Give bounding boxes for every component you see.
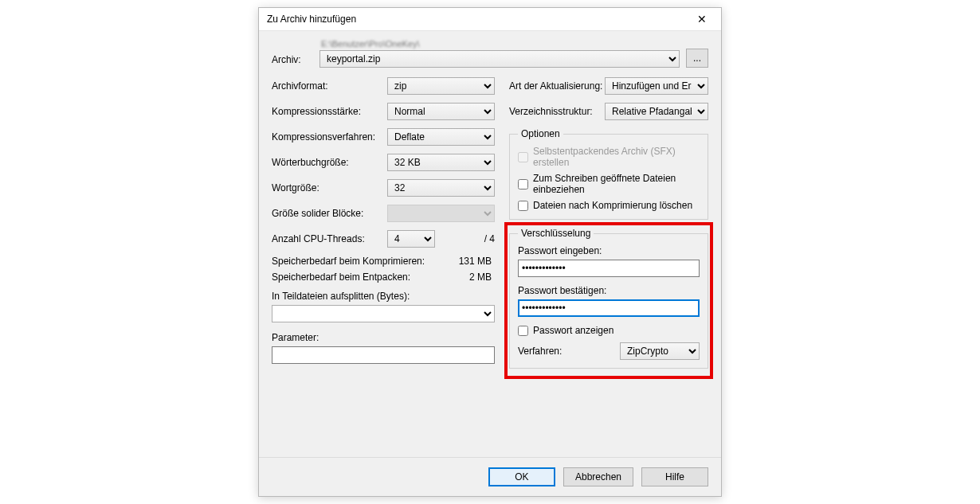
window-title: Zu Archiv hinzufügen [267, 14, 356, 25]
path-mode-select[interactable]: Relative Pfadangaben [605, 103, 708, 120]
password-confirm-label: Passwort bestätigen: [518, 285, 700, 296]
enc-method-label: Verfahren: [518, 346, 562, 357]
dialog-footer: OK Abbrechen Hilfe [259, 457, 721, 496]
mem-compress-label: Speicherbedarf beim Komprimieren: [272, 256, 425, 267]
encryption-section: Verschlüsselung Passwort eingeben: Passw… [509, 228, 708, 369]
password-label: Passwort eingeben: [518, 245, 700, 256]
solid-block-select [387, 205, 495, 222]
params-label: Parameter: [272, 332, 495, 343]
parameters-input[interactable] [272, 346, 495, 364]
show-password-row[interactable]: Passwort anzeigen [518, 325, 700, 336]
split-label: In Teildateien aufsplitten (Bytes): [272, 291, 495, 302]
delete-after-label: Dateien nach Komprimierung löschen [533, 200, 692, 211]
sfx-checkbox-row: Selbstentpackendes Archiv (SFX) erstelle… [518, 146, 700, 168]
ok-button[interactable]: OK [488, 467, 555, 486]
dict-label: Wörterbuchgröße: [272, 157, 387, 168]
password-confirm-input[interactable] [518, 299, 700, 317]
cpu-max-label: / 4 [480, 233, 495, 244]
compression-level-select[interactable]: Normal [387, 103, 495, 120]
solid-label: Größe solider Blöcke: [272, 208, 387, 219]
ellipsis-icon: ... [693, 53, 701, 64]
cancel-button[interactable]: Abbrechen [563, 467, 633, 486]
archive-label: Archiv: [272, 54, 319, 68]
compression-method-select[interactable]: Deflate [387, 128, 495, 146]
word-label: Wortgröße: [272, 182, 387, 193]
sfx-checkbox [518, 152, 528, 162]
split-volumes-combo[interactable] [272, 305, 495, 322]
show-password-label: Passwort anzeigen [533, 325, 613, 336]
add-to-archive-dialog: Zu Archiv hinzufügen ✕ Archiv: E:\Benutz… [258, 7, 722, 497]
encryption-legend: Verschlüsselung [518, 228, 594, 239]
options-group: Optionen Selbstentpackendes Archiv (SFX)… [509, 128, 708, 220]
titlebar: Zu Archiv hinzufügen ✕ [259, 8, 721, 31]
path-mode-label: Verzeichnisstruktur: [509, 106, 605, 117]
delete-after-checkbox-row[interactable]: Dateien nach Komprimierung löschen [518, 200, 700, 211]
mem-decompress-value: 2 MB [469, 272, 492, 283]
help-button[interactable]: Hilfe [641, 467, 708, 486]
shared-files-checkbox-row[interactable]: Zum Schreiben geöffnete Dateien einbezie… [518, 173, 700, 195]
format-label: Archivformat: [272, 80, 387, 92]
update-mode-label: Art der Aktualisierung: [509, 80, 605, 92]
options-legend: Optionen [518, 128, 563, 139]
close-icon: ✕ [697, 13, 707, 25]
method-label: Kompressionsverfahren: [272, 131, 387, 143]
archive-filename-combo[interactable]: keyportal.zip [319, 50, 680, 68]
update-mode-select[interactable]: Hinzufügen und Ersetzen [605, 77, 708, 95]
archive-path-readonly: E:\Benutzer\Pro\OneKey\ [319, 39, 680, 49]
shared-files-checkbox[interactable] [518, 179, 528, 189]
cpu-threads-select[interactable]: 4 [387, 230, 435, 248]
dictionary-size-select[interactable]: 32 KB [387, 154, 495, 171]
encryption-method-select[interactable]: ZipCrypto [620, 342, 700, 360]
mem-decompress-label: Speicherbedarf beim Entpacken: [272, 272, 410, 283]
level-label: Kompressionsstärke: [272, 106, 387, 117]
mem-compress-value: 131 MB [459, 256, 492, 267]
browse-button[interactable]: ... [686, 49, 708, 68]
delete-after-checkbox[interactable] [518, 201, 528, 211]
sfx-checkbox-label: Selbstentpackendes Archiv (SFX) erstelle… [533, 146, 700, 168]
archive-format-select[interactable]: zip [387, 77, 495, 95]
word-size-select[interactable]: 32 [387, 179, 495, 197]
show-password-checkbox[interactable] [518, 326, 528, 336]
password-input[interactable] [518, 260, 700, 277]
close-button[interactable]: ✕ [686, 9, 718, 29]
shared-files-label: Zum Schreiben geöffnete Dateien einbezie… [533, 173, 700, 195]
cpu-label: Anzahl CPU-Threads: [272, 233, 387, 244]
